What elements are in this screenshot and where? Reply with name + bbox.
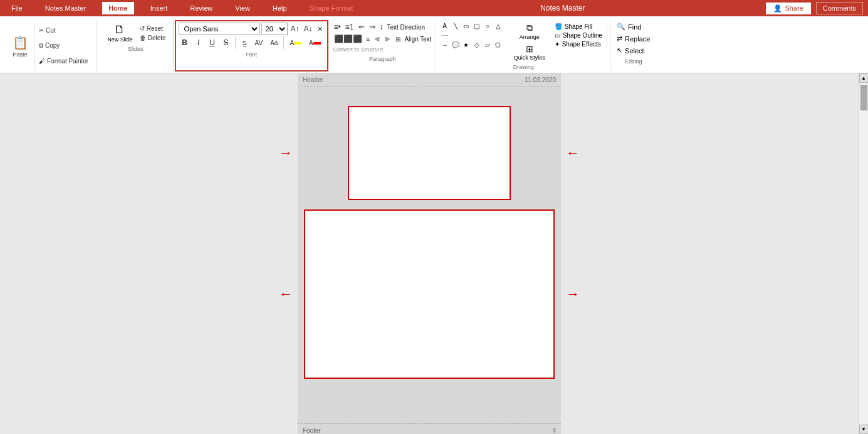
copy-icon: ⧉ [39,42,43,50]
tab-review[interactable]: Review [184,2,219,14]
delete-icon: 🗑 [140,34,146,41]
format-painter-icon: 🖌 [39,58,45,65]
editing-group: 🔍 Find ⇄ Replace ↖ Select Editing [612,20,655,71]
oval-shape[interactable]: ○ [483,21,493,30]
font-row2: B I U S S̲ AV Aa A A [179,36,325,49]
shape-fill-button[interactable]: 🪣 Shape Fill [553,23,604,31]
more-shapes[interactable]: ⋯ [440,31,450,40]
font-increase-button[interactable]: A↑ [289,23,301,34]
slide-page: Header 11.03.2020 → ← ← → [298,73,561,434]
comments-button[interactable]: Comments [816,2,863,14]
justify-button[interactable]: ⫸ [383,34,393,44]
round-rect-shape[interactable]: ▢ [472,21,482,30]
slides-group: 🗋 New Slide ↺ Reset 🗑 Delete Slides [98,20,173,71]
font-decrease-button[interactable]: A↓ [302,23,315,34]
bold-button[interactable]: B [179,37,191,48]
text-box-shape[interactable]: A [440,21,450,30]
align-center-button[interactable]: ≡ [365,34,372,44]
underline-button[interactable]: U [206,37,219,48]
font-family-selector[interactable]: Open Sans Arial Calibri [179,23,260,35]
font-row1: Open Sans Arial Calibri 20 12 14 16 18 2… [179,23,325,35]
diamond-shape[interactable]: ◇ [472,40,482,49]
shadow-button[interactable]: S̲ [238,38,251,48]
triangle-shape[interactable]: △ [493,21,503,30]
fill-icon: 🪣 [555,23,562,30]
share-button[interactable]: 👤 Share [766,3,810,14]
select-button[interactable]: ↖ Select [614,45,652,56]
format-painter-button[interactable]: 🖌 Format Painter [37,57,90,65]
scroll-up-button[interactable]: ▲ [859,73,869,83]
align-text-button[interactable]: Align Text [403,34,432,44]
scroll-thumb[interactable] [860,85,867,110]
clear-format-button[interactable]: ✕ [315,23,325,34]
drawing-group-label: Drawing [440,64,607,70]
callout-shape[interactable]: 💬 [451,40,461,49]
arrange-button[interactable]: ⧉ Arrange [511,21,548,41]
clipboard-group: 📋 Paste ✂ Cut ⧉ Copy 🖌 Format Painter [3,20,97,71]
align-right-button[interactable]: ⫷ [372,34,382,44]
canvas-area: Header 11.03.2020 → ← ← → [0,73,859,434]
editing-group-label: Editing [614,58,652,65]
star-shape[interactable]: ★ [461,40,471,49]
text-direction-button[interactable]: Text Direction [386,23,427,32]
lower-slide-box[interactable] [304,209,555,379]
tab-notes-master[interactable]: Notes Master [39,2,92,14]
replace-button[interactable]: ⇄ Replace [614,33,652,44]
columns-button[interactable]: ⊞ [394,34,402,44]
new-slide-button[interactable]: 🗋 New Slide [103,21,137,45]
arrow-shape[interactable]: → [440,40,450,49]
copy-button[interactable]: ⧉ Copy [37,41,90,50]
cut-button[interactable]: ✂ Cut [37,26,90,34]
parallelogram-shape[interactable]: ▱ [483,40,493,49]
cylinder-shape[interactable]: ⬠ [493,40,503,49]
footer-label: Footer [303,427,321,434]
bullet-list-button[interactable]: ≡• [332,21,343,33]
tab-view[interactable]: View [229,2,256,14]
font-size-selector[interactable]: 20 12 14 16 18 24 28 32 36 [261,23,288,35]
date-label: 11.03.2020 [525,77,556,83]
font-group: Open Sans Arial Calibri 20 12 14 16 18 2… [175,20,328,71]
line-shape[interactable]: ╲ [451,21,461,30]
convert-smartart-button[interactable]: Convert to SmartArt [332,45,385,54]
quick-styles-icon: ⊞ [526,44,533,54]
tab-insert[interactable]: Insert [144,2,174,14]
shape-effects-group: 🪣 Shape Fill ▭ Shape Outline ✦ Shape Eff… [550,21,607,50]
tab-file[interactable]: File [5,2,29,14]
numbered-list-button[interactable]: ≡1 [343,21,356,33]
para-row2: ⬛⬛⬛ ≡ ⫷ ⫸ ⊞ Align Text [332,33,433,45]
spacing-button[interactable]: AV [252,38,266,48]
font-divider [235,36,236,49]
case-button[interactable]: Aa [267,38,281,48]
shape-outline-button[interactable]: ▭ Shape Outline [553,31,604,40]
decrease-indent-button[interactable]: ⇐ [357,21,367,33]
rect-shape[interactable]: ▭ [461,21,471,30]
select-icon: ↖ [617,46,622,55]
delete-button[interactable]: 🗑 Delete [138,34,168,42]
footer-bar: Footer ‡ [298,423,561,434]
slide-content: → ← ← → [298,87,561,385]
upper-slide-box[interactable] [348,106,511,200]
reset-button[interactable]: ↺ Reset [138,24,168,33]
find-button[interactable]: 🔍 Find [614,21,652,32]
highlight-button[interactable]: A [286,38,305,48]
page-num-label: ‡ [552,427,556,434]
line-spacing-button[interactable]: ↕ [378,21,385,33]
italic-button[interactable]: I [192,37,205,48]
align-left-button[interactable]: ⬛⬛⬛ [332,33,364,45]
strikethrough-button[interactable]: S [220,37,233,48]
tab-home[interactable]: Home [102,2,134,14]
replace-icon: ⇄ [617,34,622,43]
paragraph-group: ≡• ≡1 ⇐ ⇒ ↕ Text Direction ⬛⬛⬛ ≡ ⫷ ⫸ ⊞ A… [330,20,436,71]
scroll-down-button[interactable]: ▼ [859,425,869,434]
shape-effects-button[interactable]: ✦ Shape Effects [553,40,604,48]
lower-box-container: ← → [304,209,555,379]
tab-shape-format[interactable]: Shape Format [303,2,360,14]
shapes-row2: → 💬 ★ ◇ ▱ ⬠ [440,40,509,49]
paste-button[interactable]: 📋 Paste [6,21,34,70]
find-icon: 🔍 [617,23,625,31]
increase-indent-button[interactable]: ⇒ [367,21,377,33]
quick-styles-button[interactable]: ⊞ Quick Styles [511,43,548,62]
tab-help[interactable]: Help [266,2,293,14]
font-color-button[interactable]: A [306,38,324,48]
header-label: Header [303,77,323,83]
